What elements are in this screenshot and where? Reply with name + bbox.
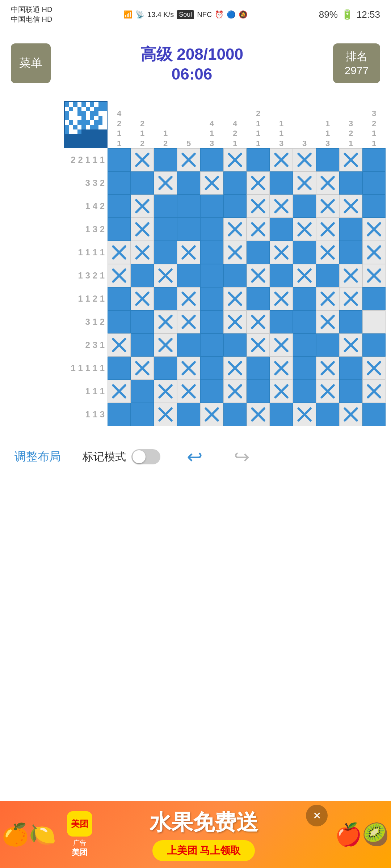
grid-cell[interactable] xyxy=(154,218,177,241)
grid-cell[interactable] xyxy=(247,264,270,287)
grid-cell[interactable] xyxy=(177,264,200,287)
grid-cell[interactable] xyxy=(247,195,270,218)
grid-cell[interactable] xyxy=(200,380,223,403)
grid-cell[interactable] xyxy=(316,264,339,287)
grid-cell[interactable] xyxy=(154,380,177,403)
grid-cell[interactable] xyxy=(223,218,247,241)
grid-cell[interactable] xyxy=(247,403,270,426)
grid-cell[interactable] xyxy=(200,287,223,310)
grid-cell[interactable] xyxy=(177,218,200,241)
grid-cell[interactable] xyxy=(247,310,270,333)
grid-cell[interactable] xyxy=(223,264,247,287)
grid-cell[interactable] xyxy=(316,310,339,333)
grid-cell[interactable] xyxy=(270,403,293,426)
grid-cell[interactable] xyxy=(223,403,247,426)
grid-cell[interactable] xyxy=(293,287,316,310)
grid-cell[interactable] xyxy=(131,403,154,426)
grid-cell[interactable] xyxy=(362,241,386,264)
grid-cell[interactable] xyxy=(108,171,131,195)
grid-cell[interactable] xyxy=(247,171,270,195)
grid-cell[interactable] xyxy=(362,148,386,171)
grid-cell[interactable] xyxy=(339,287,362,310)
grid-cell[interactable] xyxy=(270,287,293,310)
grid-cell[interactable] xyxy=(247,218,270,241)
grid-cell[interactable] xyxy=(362,264,386,287)
grid-cell[interactable] xyxy=(339,333,362,357)
grid-cell[interactable] xyxy=(270,171,293,195)
grid-cell[interactable] xyxy=(270,241,293,264)
grid-cell[interactable] xyxy=(293,195,316,218)
grid-cell[interactable] xyxy=(131,148,154,171)
grid-cell[interactable] xyxy=(316,333,339,357)
grid-cell[interactable] xyxy=(293,171,316,195)
grid-cell[interactable] xyxy=(108,380,131,403)
grid-cell[interactable] xyxy=(223,310,247,333)
grid-cell[interactable] xyxy=(339,403,362,426)
grid-cell[interactable] xyxy=(177,310,200,333)
grid-cell[interactable] xyxy=(131,287,154,310)
grid-cell[interactable] xyxy=(154,333,177,357)
grid-cell[interactable] xyxy=(154,264,177,287)
mark-mode-toggle[interactable] xyxy=(131,449,160,464)
grid-cell[interactable] xyxy=(270,310,293,333)
rank-button[interactable]: 排名 2977 xyxy=(333,43,380,83)
grid-cell[interactable] xyxy=(316,195,339,218)
grid-cell[interactable] xyxy=(177,241,200,264)
grid-cell[interactable] xyxy=(154,357,177,380)
grid-cell[interactable] xyxy=(108,264,131,287)
grid-cell[interactable] xyxy=(247,241,270,264)
grid-cell[interactable] xyxy=(362,380,386,403)
grid-cell[interactable] xyxy=(223,287,247,310)
grid-cell[interactable] xyxy=(362,357,386,380)
grid-cell[interactable] xyxy=(108,357,131,380)
grid-cell[interactable] xyxy=(339,380,362,403)
grid-cell[interactable] xyxy=(339,148,362,171)
grid-cell[interactable] xyxy=(293,380,316,403)
grid-cell[interactable] xyxy=(339,264,362,287)
grid-cell[interactable] xyxy=(108,403,131,426)
grid-cell[interactable] xyxy=(177,171,200,195)
grid-cell[interactable] xyxy=(223,171,247,195)
undo-button[interactable]: ↩ xyxy=(182,444,207,469)
grid-cell[interactable] xyxy=(131,264,154,287)
grid-cell[interactable] xyxy=(293,218,316,241)
grid-cell[interactable] xyxy=(293,310,316,333)
grid-cell[interactable] xyxy=(108,287,131,310)
grid-cell[interactable] xyxy=(177,333,200,357)
grid-cell[interactable] xyxy=(200,403,223,426)
grid-cell[interactable] xyxy=(131,310,154,333)
grid-cell[interactable] xyxy=(247,357,270,380)
grid-cell[interactable] xyxy=(270,195,293,218)
grid-cell[interactable] xyxy=(223,241,247,264)
grid-cell[interactable] xyxy=(293,264,316,287)
grid-cell[interactable] xyxy=(177,357,200,380)
grid-cell[interactable] xyxy=(177,380,200,403)
grid-cell[interactable] xyxy=(293,403,316,426)
grid-cell[interactable] xyxy=(362,218,386,241)
grid-cell[interactable] xyxy=(131,171,154,195)
grid-cell[interactable] xyxy=(316,380,339,403)
grid-cell[interactable] xyxy=(108,218,131,241)
grid-cell[interactable] xyxy=(108,195,131,218)
grid-cell[interactable] xyxy=(270,218,293,241)
grid-cell[interactable] xyxy=(177,148,200,171)
grid-cell[interactable] xyxy=(200,148,223,171)
grid-cell[interactable] xyxy=(316,171,339,195)
grid-cell[interactable] xyxy=(131,195,154,218)
grid-cell[interactable] xyxy=(316,403,339,426)
grid-cell[interactable] xyxy=(316,241,339,264)
grid-cell[interactable] xyxy=(154,148,177,171)
grid-cell[interactable] xyxy=(362,287,386,310)
grid-cell[interactable] xyxy=(154,310,177,333)
grid-cell[interactable] xyxy=(131,241,154,264)
grid-cell[interactable] xyxy=(293,357,316,380)
grid-cell[interactable] xyxy=(200,333,223,357)
grid-cell[interactable] xyxy=(293,148,316,171)
grid-cell[interactable] xyxy=(223,333,247,357)
grid-cell[interactable] xyxy=(177,403,200,426)
grid-cell[interactable] xyxy=(223,357,247,380)
ad-close-button[interactable]: ✕ xyxy=(306,805,328,826)
grid-cell[interactable] xyxy=(177,287,200,310)
ad-cta-button[interactable]: 上美团 马上领取 xyxy=(152,840,255,861)
grid-cell[interactable] xyxy=(339,357,362,380)
